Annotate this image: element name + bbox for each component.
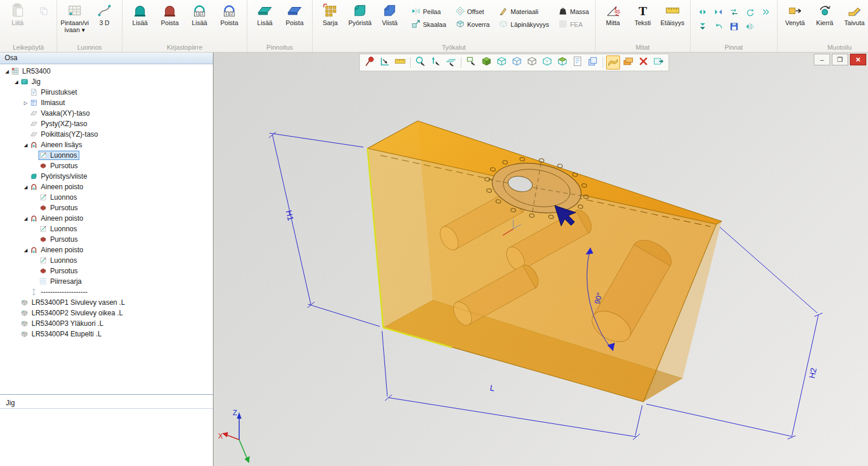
- button-massa[interactable]: Massa: [556, 6, 590, 18]
- viewtool-snap-rotate-tool[interactable]: [414, 55, 428, 69]
- viewtool-sheet-stack-tool[interactable]: [621, 55, 635, 69]
- button-etaisyys[interactable]: Etäisyys: [658, 1, 687, 27]
- button-sarja[interactable]: Sarja: [316, 1, 345, 27]
- tree-item-lr53400[interactable]: ◢LR53400: [0, 66, 213, 76]
- viewtool-notes-tool[interactable]: [570, 55, 584, 69]
- button-poista[interactable]: Poista: [155, 1, 184, 27]
- bend-icon: [847, 3, 862, 18]
- viewtool-face-select-view[interactable]: [555, 55, 569, 69]
- viewtool-surface-mode[interactable]: [606, 55, 620, 69]
- dimension-h1[interactable]: [269, 132, 380, 326]
- tree-item-jig[interactable]: ◢Jig: [0, 76, 213, 87]
- tree-item-label: Ilmiasut: [41, 99, 65, 107]
- viewtool-select-area-tool[interactable]: [464, 55, 478, 69]
- button-surface-merge[interactable]: [713, 7, 724, 19]
- tree-item-luonnos[interactable]: Luonnos: [0, 192, 213, 203]
- button-liita[interactable]: Liitä: [3, 1, 32, 27]
- tree-item-poikittais-yz-taso[interactable]: Poikittais(YZ)-taso: [0, 129, 213, 140]
- tree-item-lr53400p2-sivulevy-oikea-l[interactable]: LR53400P2 Sivulevy oikea .L: [0, 308, 213, 318]
- button-fea[interactable]: FEA: [556, 19, 590, 30]
- button-surface-collapse[interactable]: [697, 22, 709, 33]
- viewtool-wireframe-view[interactable]: [495, 55, 509, 69]
- viewtool-pin-tool[interactable]: [363, 55, 377, 69]
- close-button[interactable]: ✕: [850, 54, 866, 65]
- button-kierra[interactable]: Kierrä: [810, 1, 839, 27]
- button-taivuta[interactable]: Taivuta: [840, 1, 868, 27]
- button-surface-extend[interactable]: [760, 7, 772, 19]
- tree-item-pyoristys-viiste[interactable]: Pyöristys/viiste: [0, 171, 213, 182]
- button-surface-rotate[interactable]: [744, 7, 756, 19]
- button-3-d[interactable]: 3 D: [90, 1, 119, 27]
- button-lapinakyvyys[interactable]: Läpinäkyvyys: [497, 19, 551, 30]
- button-surface-save[interactable]: [729, 22, 740, 33]
- button-lisaa[interactable]: 12Lisää: [185, 1, 214, 27]
- tree-item-vaaka-xy-taso[interactable]: Vaaka(XY)-taso: [0, 108, 213, 119]
- tree-item-pursotus[interactable]: Pursotus: [0, 234, 213, 245]
- tree-item-lr53400p3-ylakuori-l[interactable]: LR53400P3 Yläkuori .L: [0, 318, 213, 329]
- button-surface-undo[interactable]: [713, 22, 724, 33]
- tree-item-aineen-poisto[interactable]: ◢Aineen poisto: [0, 245, 213, 255]
- tree-item-pursotus[interactable]: Pursotus: [0, 203, 213, 213]
- viewtool-shaded-view[interactable]: [480, 55, 494, 69]
- button-viista[interactable]: Viistä: [375, 1, 404, 27]
- button-teksti[interactable]: TTeksti: [628, 1, 657, 27]
- tree-item-tool[interactable]: --------------------: [0, 287, 213, 297]
- minimize-button[interactable]: –: [814, 54, 830, 65]
- tree-item-luonnos[interactable]: Luonnos: [0, 224, 213, 234]
- roundedge-icon: [352, 3, 368, 18]
- tmatdel-icon: [30, 246, 40, 254]
- tree-item-aineen-poisto[interactable]: ◢Aineen poisto: [0, 213, 213, 224]
- expander-open[interactable]: ◢: [4, 69, 10, 74]
- button-lisaa[interactable]: Lisää: [250, 1, 279, 27]
- tree-item-pursotus[interactable]: Pursotus: [0, 161, 213, 171]
- tree-item-aineen-lisays[interactable]: ◢Aineen lisäys: [0, 140, 213, 150]
- tree-item-piirustukset[interactable]: Piirustukset: [0, 87, 213, 98]
- viewtool-origin-tool[interactable]: [378, 55, 392, 69]
- button-copy[interactable]: [37, 6, 52, 18]
- tree-item-pysty-xz-taso[interactable]: Pysty(XZ)-taso: [0, 119, 213, 129]
- viewtool-hidden-line-view[interactable]: [510, 55, 524, 69]
- button-offset[interactable]: Offset: [454, 6, 492, 18]
- button-lisaa[interactable]: Lisää: [125, 1, 155, 27]
- tree-item-luonnos[interactable]: Luonnos: [0, 150, 213, 161]
- expander-open[interactable]: ◢: [22, 216, 29, 221]
- button-poista[interactable]: 12Poista: [215, 1, 244, 27]
- tree-item-lr53400p1-sivulevy-vasen-l[interactable]: LR53400P1 Sivulevy vasen .L: [0, 297, 213, 308]
- button-mitta[interactable]: 45Mitta: [598, 1, 628, 27]
- viewtool-export-view-tool[interactable]: [652, 55, 666, 69]
- 3d-viewport[interactable]: H1 L H2 90°: [214, 53, 868, 466]
- expander-open[interactable]: ◢: [22, 248, 29, 253]
- button-peilaa[interactable]: Peilaa: [410, 6, 448, 18]
- viewtool-delete-tool[interactable]: [636, 55, 650, 69]
- button-skaalaa[interactable]: Skaalaa: [410, 19, 448, 30]
- viewtool-measure-tool[interactable]: [393, 55, 407, 69]
- button-surface-split[interactable]: [697, 7, 709, 19]
- tree-item-ilmiasut[interactable]: ▷Ilmiasut: [0, 98, 213, 108]
- viewtool-snap-plane-tool[interactable]: [444, 55, 458, 69]
- expander-open[interactable]: ◢: [22, 142, 29, 148]
- expander-closed[interactable]: ▷: [22, 100, 29, 106]
- tree-item-aineen-poisto[interactable]: ◢Aineen poisto: [0, 182, 213, 192]
- tree-item-label: Piirustukset: [41, 88, 77, 96]
- viewtool-dashed-view[interactable]: [540, 55, 554, 69]
- tree-item-luonnos[interactable]: Luonnos: [0, 255, 213, 266]
- tree-item-piirresarja[interactable]: Piirresarja: [0, 276, 213, 287]
- tree-item-lr53400p4-etupelti-l[interactable]: LR53400P4 Etupelti .L: [0, 329, 213, 339]
- button-surface-flip[interactable]: [744, 22, 756, 33]
- button-koverra[interactable]: Koverra: [454, 19, 492, 30]
- expander-open[interactable]: ◢: [13, 79, 20, 85]
- cubegreen-icon: [481, 55, 492, 69]
- button-pyorista[interactable]: Pyöristä: [345, 1, 374, 27]
- viewtool-snap-axis-tool[interactable]: [429, 55, 443, 69]
- viewtool-outline-view[interactable]: [525, 55, 539, 69]
- button-venyta[interactable]: Venytä: [780, 1, 810, 27]
- button-pintaan-viivaan[interactable]: Pintaan/viivaan ▾: [60, 1, 89, 33]
- viewtool-copy-image-tool[interactable]: [586, 55, 600, 69]
- maximize-button[interactable]: ❐: [832, 54, 848, 65]
- framearrow-icon: [379, 55, 391, 69]
- button-materiaali[interactable]: Materiaali: [497, 6, 551, 18]
- button-surface-swap[interactable]: [729, 7, 740, 19]
- expander-open[interactable]: ◢: [22, 185, 29, 190]
- button-poista[interactable]: Poista: [280, 1, 309, 27]
- tree-item-pursotus[interactable]: Pursotus: [0, 266, 213, 276]
